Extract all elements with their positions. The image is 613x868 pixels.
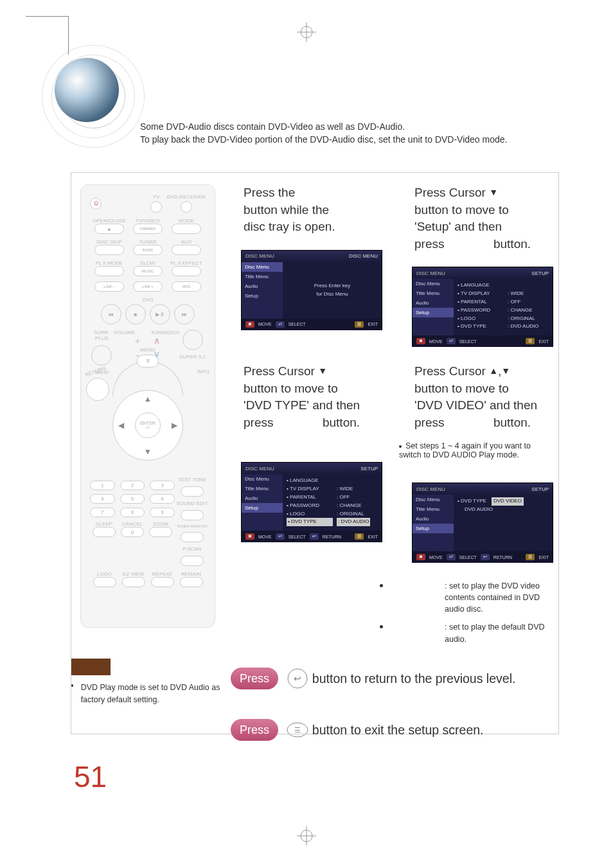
exit-line: Press ☰ button to exit the setup screen. (231, 719, 552, 741)
step-2-text: Press Cursor ▼ button to move to 'Setup'… (414, 184, 579, 252)
osd1-setup: Setup (242, 291, 283, 301)
osd2-setup: Setup (413, 308, 454, 317)
osd2-rows: • LANGUAGE• TV DISPLAY: WIDE• PARENTAL: … (454, 279, 553, 335)
osd3-titlemenu: Title Menu (242, 484, 283, 493)
osd4-r0k: • DVD TYPE (458, 497, 486, 506)
bullet-icon (399, 445, 402, 448)
crop-mark-bottom (297, 826, 316, 846)
osd-row: • TV DISPLAY: WIDE (458, 290, 549, 298)
intro-text: Some DVD-Audio discs contain DVD-Video a… (140, 120, 551, 146)
rc-super-btn (182, 330, 203, 350)
rc-menu-btn: ☰ (137, 355, 159, 368)
rc-discskip-btn (94, 245, 124, 255)
osd4-title-right: SETUP (531, 486, 549, 492)
osd4-r1v: DVD AUDIO (463, 506, 495, 514)
rc-dvdrcv-btn (181, 201, 192, 213)
cursor-up-icon: ▲ (489, 365, 498, 378)
step-1-text: Press the MENU button while the disc tra… (244, 184, 408, 236)
return-line: Press ↩ button to return to the previous… (231, 668, 552, 689)
body-frame: ⏻ TV DVD RECEIVER OPEN/CLOSE▲ TV/VIDEODI… (71, 172, 559, 734)
rc-open-btn: ▲ (94, 224, 124, 234)
rc-lsm-minus: LSM – (94, 281, 124, 292)
step-3-l4c: button. (323, 416, 360, 429)
rc-num-7: 7 (90, 508, 115, 517)
rc-label-sleep: SLEEP (90, 521, 118, 527)
rc-label-surr: SURR. PLUS (94, 330, 110, 341)
rc-pscan-btn (181, 556, 204, 566)
power-icon: ⏻ (90, 198, 102, 209)
step-4-l4c: button. (493, 416, 531, 429)
press-pill: Press (231, 719, 278, 741)
rc-left-arrow-icon: ◀ (118, 421, 124, 430)
osd3-audio: Audio (242, 493, 283, 503)
osd4-discmenu: Disc Menu (413, 495, 454, 504)
rc-label-testtone: TEST TONE (178, 477, 206, 483)
bullet-icon (71, 684, 73, 687)
rc-label-tuner: TUNER (129, 239, 167, 245)
header-graphic (35, 39, 157, 161)
osd2-audio: Audio (413, 298, 454, 308)
osd-row: • PARENTAL: OFF (458, 298, 549, 306)
rc-logo-btn (93, 577, 116, 587)
osd4-rows: • DVD TYPEDVD VIDEO DVD AUDIO (454, 495, 553, 551)
osd2-foot-exit: EXIT (538, 339, 549, 344)
osd4-title-left: DISC MENU (416, 486, 445, 492)
osd-row: • DVD TYPE: DVD AUDIO (458, 323, 549, 331)
osd1-foot-exit-icon: ☰ (355, 321, 364, 328)
rc-enter-label: ENTER (140, 421, 155, 425)
rc-label-open: OPEN/CLOSE (90, 218, 129, 224)
step-4-l4a: press (414, 416, 444, 429)
osd-3: DISC MENUSETUP Disc Menu Title Menu Audi… (241, 462, 382, 542)
osd-row: • LANGUAGE (458, 281, 549, 290)
bullet-icon (380, 584, 383, 587)
osd4-audio: Audio (413, 514, 454, 524)
rc-label-tunermem: TUNER MEMORY (176, 524, 208, 528)
osd-row: • PARENTAL: OFF (287, 493, 378, 502)
rc-num-5: 5 (120, 494, 145, 504)
rc-label-volume: VOLUME (114, 330, 136, 335)
osd2-foot-select: SELECT (459, 339, 477, 344)
rc-num-4: 4 (90, 494, 115, 504)
osd4-foot-exit: EXIT (538, 555, 549, 560)
rc-surr-btn (91, 345, 112, 366)
osd4-titlemenu: Title Menu (413, 504, 454, 514)
rc-aux-btn (172, 245, 201, 255)
rc-label-discskip: DISC SKIP (90, 239, 129, 245)
step-2-l2: button to move to (414, 203, 509, 217)
rc-right-arrow-icon: ▶ (172, 421, 177, 430)
step-4-l2: button to move to (414, 382, 509, 395)
rc-num-6: 6 (150, 494, 175, 504)
step-4-note-text: Set steps 1 ~ 4 again if you want to swi… (399, 441, 531, 459)
osd-row: • DVD TYPE: DVD AUDIO (287, 518, 378, 526)
rc-label-tvvideo: TV/VIDEO (129, 218, 167, 224)
osd-row: • PASSWORD: CHANGE (287, 502, 378, 510)
osd-row: • PASSWORD: CHANGE (458, 306, 549, 315)
rc-tvvideo-btn: DIMMER (133, 224, 163, 234)
step-3-l1: Press Cursor (244, 364, 315, 378)
note-badge: Note (71, 659, 111, 675)
rc-num-2: 2 (120, 481, 145, 490)
rc-label-tuning: TUNING/CH (151, 330, 179, 335)
rc-num-3: 3 (150, 481, 175, 490)
rc-label-pleffect: PL II EFFECT (167, 260, 206, 266)
step-4: Press Cursor ▲,▼ button to move to 'DVD … (412, 363, 579, 563)
osd1-audio: Audio (242, 281, 283, 291)
rc-label-dvdrcv: DVD RECEIVER (167, 194, 206, 200)
legend-val-2: : set to play the default DVD audio. (445, 621, 560, 644)
rc-repeat-btn (151, 577, 174, 587)
osd4-foot-select: SELECT (459, 555, 477, 560)
step-1-l3: button while the (244, 203, 329, 217)
rc-num-8: 8 (120, 508, 145, 517)
osd3-rows: • LANGUAGE• TV DISPLAY: WIDE• PARENTAL: … (283, 474, 382, 531)
osd1-title-right: DISC MENU (349, 253, 378, 259)
osd4-foot-move: MOVE (429, 555, 443, 560)
osd1-center1: Press Enter key (314, 282, 350, 290)
rc-num-9: 9 (150, 508, 175, 517)
osd4-r0v: DVD VIDEO (492, 497, 524, 506)
osd1-foot-select: SELECT (289, 322, 306, 326)
rc-sleep-btn (93, 527, 116, 537)
rc-play-pause-icon: ▶⏸ (150, 304, 170, 324)
osd-row: • LOGO: ORIGINAL (287, 510, 378, 518)
osd-1: DISC MENUDISC MENU Disc Menu Title Menu … (241, 250, 382, 330)
step-3-l4a: press (244, 416, 273, 429)
